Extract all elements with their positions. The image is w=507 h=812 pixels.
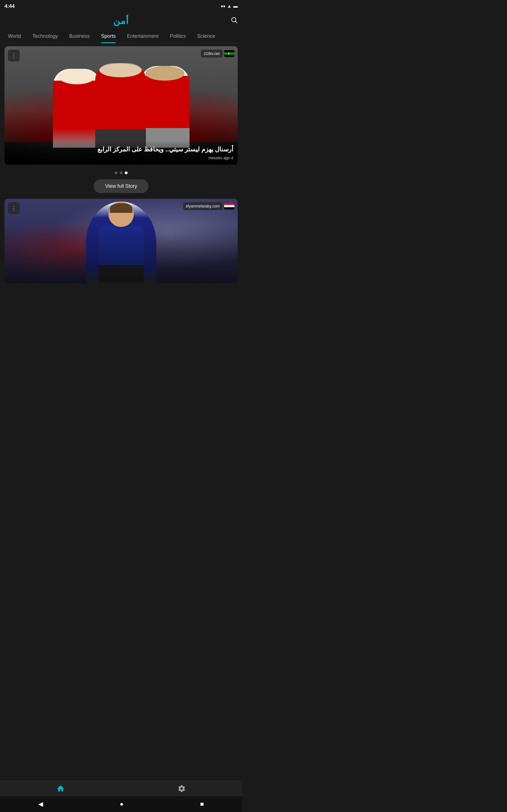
status-icons: ▾▾ ▲ ▬	[221, 4, 238, 9]
second-source-badge: elyamnelaraby.com	[183, 202, 234, 210]
nav-world[interactable]: World	[2, 29, 27, 43]
more-icon: ⋮	[11, 52, 17, 59]
second-story-card: ⋮ elyamnelaraby.com	[4, 199, 238, 283]
nav-sports[interactable]: Sports	[96, 29, 121, 43]
source-badge: 218tv.net	[201, 50, 234, 57]
status-bar: 4:44 ▾▾ ▲ ▬	[0, 0, 242, 12]
second-story-image: ⋮ elyamnelaraby.com	[4, 199, 238, 283]
second-story-more-button[interactable]: ⋮	[8, 202, 20, 214]
nav-entertainment[interactable]: Entertainment	[121, 29, 164, 43]
nav-technology[interactable]: Technology	[27, 29, 64, 43]
story-time: 4 minutes ago	[9, 156, 233, 160]
dot-3[interactable]	[125, 171, 128, 174]
view-full-story-button[interactable]: View full Story	[94, 179, 149, 193]
category-nav: World Technology Business Sports Enterta…	[0, 29, 242, 43]
source-flag-egypt	[224, 203, 234, 209]
svg-point-0	[231, 17, 236, 22]
story-title: أرسنال يهزم ليستر سيتي.. ويحافظ على المر…	[9, 145, 233, 154]
pagination-dots	[0, 167, 242, 177]
battery-icon: ▬	[233, 4, 238, 9]
app-logo: أمن	[113, 15, 129, 26]
more-icon-2: ⋮	[11, 205, 17, 211]
second-source-name: elyamnelaraby.com	[183, 202, 223, 210]
story-image: ⋮ 218tv.net أرسنال يهزم ليستر سيتي.. ويح…	[4, 46, 238, 165]
search-button[interactable]	[230, 16, 238, 26]
story-caption: أرسنال يهزم ليستر سيتي.. ويحافظ على المر…	[4, 141, 238, 165]
svg-line-1	[235, 21, 237, 23]
dot-2[interactable]	[120, 171, 122, 174]
story-more-button[interactable]: ⋮	[8, 50, 20, 61]
main-story-card: ⋮ 218tv.net أرسنال يهزم ليستر سيتي.. ويح…	[4, 46, 238, 165]
app-header: أمن	[0, 12, 242, 29]
signal-icon: ▲	[227, 4, 231, 9]
dot-1[interactable]	[115, 171, 117, 174]
source-flag-libya	[224, 50, 234, 57]
nav-science[interactable]: Science	[191, 29, 221, 43]
nav-business[interactable]: Business	[64, 29, 96, 43]
source-name: 218tv.net	[201, 50, 223, 57]
status-time: 4:44	[4, 3, 15, 9]
nav-politics[interactable]: Politics	[164, 29, 191, 43]
wifi-icon: ▾▾	[221, 4, 225, 9]
